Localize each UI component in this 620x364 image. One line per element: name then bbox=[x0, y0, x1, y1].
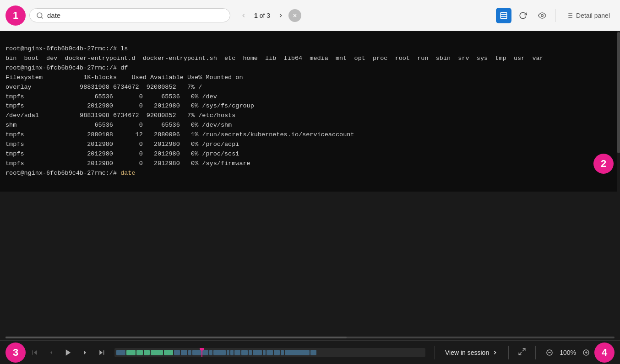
search-close-button[interactable] bbox=[288, 9, 301, 22]
badge-1: 1 bbox=[5, 5, 26, 26]
progress-track[interactable] bbox=[5, 337, 615, 338]
page-total: 3 bbox=[266, 12, 270, 19]
nav-controls: 1 of 3 bbox=[238, 9, 301, 22]
step-back-button[interactable] bbox=[44, 346, 59, 359]
eye-button[interactable] bbox=[534, 8, 550, 23]
search-input[interactable] bbox=[47, 11, 223, 19]
terminal[interactable]: root@nginx-6fcb6b9c4b-27rmc:/# ls bin bo… bbox=[0, 31, 620, 192]
svg-point-7 bbox=[541, 14, 544, 16]
progress-area bbox=[0, 334, 620, 340]
skip-to-start-button[interactable] bbox=[27, 346, 42, 359]
page-of: of bbox=[260, 12, 265, 19]
svg-rect-4 bbox=[500, 12, 507, 19]
view-in-session-button[interactable]: View in session bbox=[441, 346, 503, 359]
nav-next-button[interactable] bbox=[275, 10, 287, 21]
zoom-out-button[interactable] bbox=[543, 346, 556, 359]
panel-view-button[interactable] bbox=[496, 8, 511, 23]
scrollbar-thumb bbox=[617, 32, 620, 153]
timeline-track[interactable] bbox=[114, 348, 425, 357]
search-box bbox=[29, 8, 230, 22]
svg-line-1 bbox=[41, 17, 43, 18]
bottom-divider-2 bbox=[508, 346, 509, 359]
svg-marker-16 bbox=[50, 351, 52, 354]
scrollbar[interactable] bbox=[617, 31, 620, 334]
terminal-line-1: root@nginx-6fcb6b9c4b-27rmc:/# ls bin bo… bbox=[5, 45, 544, 177]
step-forward-button[interactable] bbox=[78, 346, 92, 359]
svg-marker-14 bbox=[34, 350, 37, 355]
page-current: 1 bbox=[254, 12, 258, 19]
bottom-bar: 3 bbox=[0, 340, 620, 364]
detail-panel-label: Detail panel bbox=[576, 12, 610, 19]
search-icon bbox=[36, 12, 44, 19]
svg-marker-18 bbox=[84, 351, 86, 354]
bottom-divider-3 bbox=[535, 346, 536, 359]
reload-button[interactable] bbox=[515, 8, 531, 23]
nav-prev-button[interactable] bbox=[238, 10, 250, 21]
zoom-level: 100% bbox=[558, 349, 578, 356]
play-button[interactable] bbox=[60, 346, 76, 359]
detail-panel-icon bbox=[566, 12, 573, 19]
zoom-in-button[interactable] bbox=[580, 346, 593, 359]
skip-to-end-button[interactable] bbox=[94, 346, 109, 359]
terminal-wrapper: root@nginx-6fcb6b9c4b-27rmc:/# ls bin bo… bbox=[0, 31, 620, 334]
svg-line-22 bbox=[519, 352, 521, 354]
toolbar-divider bbox=[555, 9, 556, 22]
timeline-segments bbox=[114, 348, 425, 357]
page-indicator: 1 of 3 bbox=[251, 12, 273, 19]
detail-panel-button[interactable]: Detail panel bbox=[561, 9, 615, 22]
progress-fill bbox=[5, 337, 347, 338]
badge-3: 3 bbox=[5, 343, 26, 363]
zoom-controls: 100% bbox=[543, 346, 593, 359]
timeline-marker[interactable] bbox=[201, 348, 202, 357]
toolbar: 1 1 of 3 bbox=[0, 0, 620, 31]
badge-2: 2 bbox=[593, 154, 614, 174]
badge-4: 4 bbox=[594, 343, 615, 363]
expand-button[interactable] bbox=[514, 346, 530, 359]
svg-marker-17 bbox=[66, 349, 71, 356]
svg-marker-19 bbox=[99, 350, 103, 355]
svg-line-21 bbox=[523, 348, 525, 351]
view-session-label: View in session bbox=[445, 349, 489, 356]
timeline[interactable] bbox=[114, 346, 425, 359]
bottom-divider-1 bbox=[435, 346, 435, 359]
